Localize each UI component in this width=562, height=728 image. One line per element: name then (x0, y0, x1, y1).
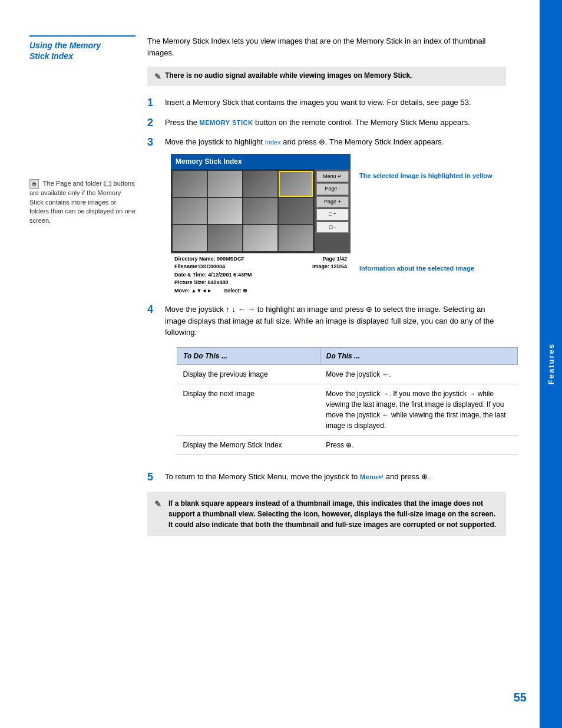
thumb-8 (279, 198, 313, 224)
page-label: Page 1/42 (322, 255, 347, 263)
table-cell-3-1: Display the Memory Stick Index (177, 435, 320, 454)
page-plus-button[interactable]: Page + (316, 196, 349, 208)
picture-size-label: Picture Size: 640x480 (174, 279, 229, 285)
table-cell-2-1: Display the next image (177, 384, 320, 435)
sidebar-note: ⛃ The Page and folder (□) buttons are av… (29, 179, 135, 225)
datetime-label: Date & Time: 4/12/2001 6:43PM (174, 272, 252, 278)
thumb-7 (243, 198, 277, 224)
sidebar-label: Features (547, 343, 556, 384)
note-icon-small: ⛃ (29, 179, 39, 189)
folder-minus-button[interactable]: □ - (316, 222, 349, 233)
note-box-2: ✎ If a blank square appears instead of a… (147, 492, 506, 536)
page-minus-button[interactable]: Page - (316, 183, 349, 195)
thumbnail-grid (171, 169, 315, 253)
image-label: Image: 12/254 (312, 263, 347, 271)
step-number-3: 3 (147, 136, 159, 297)
info-row-4: Picture Size: 640x480 (174, 279, 347, 287)
menu-highlight: Menu↵ (360, 473, 384, 480)
thumb-10 (208, 225, 242, 251)
table-col2-header: Do This ... (320, 347, 517, 364)
screenshot-info-bar: Directory Name: 900MSDCF Page 1/42 Filen… (171, 253, 351, 297)
note-pencil-icon: ✎ (154, 72, 161, 81)
menu-button[interactable]: Menu ↵ (316, 171, 349, 183)
thumb-12 (279, 225, 313, 251)
right-sidebar: Features (540, 0, 562, 728)
table-row: Display the Memory Stick Index Press ⊕. (177, 435, 518, 454)
note-box-1: ✎ There is no audio signal available whi… (147, 67, 506, 86)
table-cell-2-2: Move the joystick →. If you move the joy… (320, 384, 517, 435)
screenshot-box: Memory Stick Index (171, 154, 351, 297)
table-row: Display the next image Move the joystick… (177, 384, 518, 435)
table-col1-header: To Do This ... (177, 347, 320, 364)
screenshot-buttons: Menu ↵ Page - Page + □ + □ - (315, 169, 351, 253)
index-highlight: Index (265, 139, 281, 146)
step-number-2: 2 (147, 117, 159, 130)
table-cell-1-2: Move the joystick ←. (320, 364, 517, 384)
right-column: The Memory Stick Index lets you view ima… (147, 35, 506, 536)
folder-plus-button[interactable]: □ + (316, 209, 349, 220)
info-row-3: Date & Time: 4/12/2001 6:43PM (174, 271, 347, 279)
screenshot-container: Memory Stick Index (171, 154, 506, 297)
filename-label: Filename:DSC00004 (174, 263, 225, 271)
thumb-4-highlighted (279, 171, 313, 197)
step-2-content: Press the MEMORY STICK button on the rem… (165, 117, 506, 130)
thumb-9 (173, 225, 207, 251)
memory-stick-highlight: MEMORY STICK (200, 119, 253, 126)
section-title: Using the Memory Stick Index (29, 35, 135, 61)
thumb-3 (243, 171, 277, 197)
step-3: 3 Move the joystick to highlight Index a… (147, 136, 506, 297)
directory-label: Directory Name: 900MSDCF (174, 255, 244, 263)
left-column: Using the Memory Stick Index ⛃ The Page … (29, 35, 147, 536)
step-4-content: Move the joystick ↑ ↓ ← → to highlight a… (165, 304, 506, 464)
table-cell-3-2: Press ⊕. (320, 435, 517, 454)
step-4: 4 Move the joystick ↑ ↓ ← → to highlight… (147, 304, 506, 464)
step-3-content: Move the joystick to highlight Index and… (165, 136, 506, 297)
label-info-selected: Information about the selected image (359, 264, 492, 273)
step-2: 2 Press the MEMORY STICK button on the r… (147, 117, 506, 130)
screenshot-body: Menu ↵ Page - Page + □ + □ - (171, 169, 351, 253)
info-row-5: Move: ▲▼◄► Select: ⊕ (174, 287, 347, 295)
step-5-content: To return to the Memory Stick Menu, move… (165, 471, 506, 484)
step-number-5: 5 (147, 471, 159, 484)
step-1: 1 Insert a Memory Stick that contains th… (147, 97, 506, 110)
intro-text: The Memory Stick Index lets you view ima… (147, 35, 506, 58)
step-number-4: 4 (147, 304, 159, 464)
thumb-1 (173, 171, 207, 197)
info-row-2: Filename:DSC00004 Image: 12/254 (174, 263, 347, 271)
note-pencil-icon-2: ✎ (154, 498, 165, 530)
select-label: Select: ⊕ (224, 287, 247, 295)
screenshot-title-bar: Memory Stick Index (171, 154, 351, 169)
step-1-content: Insert a Memory Stick that contains the … (165, 97, 506, 110)
thumb-11 (243, 225, 277, 251)
page-container: Features 55 Using the Memory Stick Index… (0, 0, 562, 728)
thumb-5 (173, 198, 207, 224)
page-number: 55 (514, 691, 527, 704)
thumb-2 (208, 171, 242, 197)
info-row-1: Directory Name: 900MSDCF Page 1/42 (174, 255, 347, 263)
content-area: Using the Memory Stick Index ⛃ The Page … (29, 35, 506, 536)
thumb-6 (208, 198, 242, 224)
table-row: Display the previous image Move the joys… (177, 364, 518, 384)
step-5: 5 To return to the Memory Stick Menu, mo… (147, 471, 506, 484)
move-label: Move: ▲▼◄► (174, 287, 212, 295)
step-number-1: 1 (147, 97, 159, 110)
table-cell-1-1: Display the previous image (177, 364, 320, 384)
features-table: To Do This ... Do This ... Display the p… (177, 347, 518, 455)
label-yellow-highlight: The selected image is highlighted in yel… (359, 172, 492, 180)
screenshot-right-labels: The selected image is highlighted in yel… (359, 154, 492, 297)
steps-list: 1 Insert a Memory Stick that contains th… (147, 97, 506, 483)
